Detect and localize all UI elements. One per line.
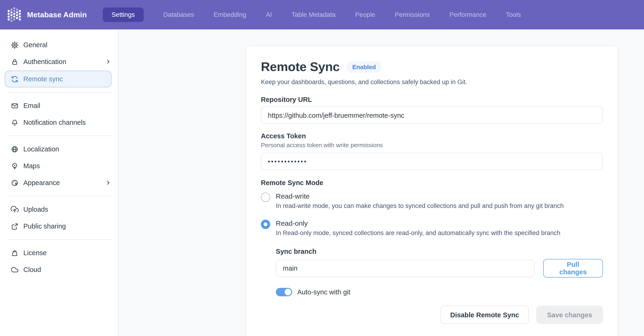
sync-mode-label: Remote Sync Mode bbox=[261, 179, 603, 187]
sync-branch-label: Sync branch bbox=[276, 248, 603, 255]
tab-permissions[interactable]: Permissions bbox=[395, 11, 430, 18]
sidebar-item-localization[interactable]: Localization bbox=[0, 141, 118, 157]
sidebar-divider bbox=[6, 92, 112, 93]
repository-url-input[interactable] bbox=[261, 107, 603, 124]
bell-icon bbox=[11, 118, 19, 126]
read-only-radio[interactable] bbox=[261, 220, 270, 229]
sidebar-item-label: License bbox=[23, 249, 47, 257]
sidebar-item-license[interactable]: License bbox=[0, 244, 118, 261]
sidebar-divider bbox=[6, 135, 112, 136]
map-pin-icon bbox=[11, 162, 19, 170]
store-icon bbox=[11, 249, 19, 257]
save-changes-button[interactable]: Save changes bbox=[536, 306, 603, 324]
settings-sidebar: General Authentication bbox=[0, 30, 118, 336]
repository-url-label: Repository URL bbox=[261, 96, 603, 103]
sidebar-item-remote-sync[interactable]: Remote sync bbox=[5, 71, 112, 87]
sidebar-item-label: Maps bbox=[23, 162, 40, 170]
sidebar-item-label: Authentication bbox=[23, 58, 66, 65]
sidebar-divider bbox=[6, 239, 112, 240]
read-only-label[interactable]: Read-only bbox=[276, 219, 560, 227]
sidebar-item-label: Notification channels bbox=[23, 119, 86, 126]
gear-icon bbox=[11, 41, 19, 49]
toggle-knob bbox=[285, 289, 291, 295]
tab-people[interactable]: People bbox=[355, 11, 375, 18]
access-token-input[interactable] bbox=[261, 153, 603, 170]
chevron-right-icon bbox=[105, 58, 112, 65]
read-only-description: In Read-only mode, synced collections ar… bbox=[276, 229, 560, 236]
admin-nav-tabs: Settings Databases Embedding AI Table Me… bbox=[103, 8, 521, 22]
disable-remote-sync-button[interactable]: Disable Remote Sync bbox=[440, 306, 529, 324]
sidebar-item-authentication[interactable]: Authentication bbox=[0, 53, 118, 70]
main-content: Remote Sync Enabled Keep your dashboards… bbox=[118, 30, 644, 336]
sidebar-divider bbox=[6, 196, 112, 196]
sync-icon bbox=[11, 75, 19, 83]
sidebar-item-notification-channels[interactable]: Notification channels bbox=[0, 114, 118, 131]
sidebar-item-label: Cloud bbox=[23, 266, 41, 273]
read-write-description: In read-write mode, you can make changes… bbox=[276, 202, 564, 209]
sidebar-item-uploads[interactable]: Uploads bbox=[0, 201, 118, 218]
lock-icon bbox=[11, 58, 19, 66]
sidebar-item-label: Appearance bbox=[23, 179, 60, 187]
auto-sync-label: Auto-sync with git bbox=[297, 288, 350, 296]
read-write-radio[interactable] bbox=[261, 193, 270, 202]
app-title: Metabase Admin bbox=[27, 11, 87, 19]
auto-sync-toggle[interactable] bbox=[276, 288, 292, 296]
tab-embedding[interactable]: Embedding bbox=[214, 11, 246, 18]
page-title: Remote Sync bbox=[261, 60, 340, 74]
sidebar-item-label: Email bbox=[23, 102, 40, 109]
access-token-helper: Personal access token with write permiss… bbox=[261, 142, 603, 149]
sidebar-item-general[interactable]: General bbox=[0, 37, 118, 53]
sidebar-item-public-sharing[interactable]: Public sharing bbox=[0, 218, 118, 235]
cloud-icon bbox=[11, 266, 19, 274]
radio-option-read-only: Read-only In Read-only mode, synced coll… bbox=[261, 219, 603, 236]
tab-ai[interactable]: AI bbox=[266, 11, 272, 18]
sidebar-item-appearance[interactable]: Appearance bbox=[0, 174, 118, 191]
tab-table-metadata[interactable]: Table Metadata bbox=[292, 11, 336, 18]
sidebar-item-maps[interactable]: Maps bbox=[0, 157, 118, 174]
tab-databases[interactable]: Databases bbox=[163, 11, 194, 18]
mail-icon bbox=[11, 102, 19, 110]
sync-branch-input[interactable] bbox=[276, 260, 535, 277]
chevron-right-icon bbox=[105, 180, 112, 186]
metabase-logo-icon bbox=[6, 7, 22, 23]
sidebar-item-label: Localization bbox=[23, 145, 59, 153]
palette-icon bbox=[11, 179, 19, 187]
share-icon bbox=[11, 222, 19, 230]
pull-changes-button[interactable]: Pull changes bbox=[543, 259, 603, 278]
access-token-label: Access Token bbox=[261, 132, 603, 140]
top-navbar: Metabase Admin Settings Databases Embedd… bbox=[0, 0, 644, 30]
sidebar-item-label: General bbox=[23, 41, 47, 49]
globe-icon bbox=[11, 145, 19, 153]
radio-option-read-write: Read-write In read-write mode, you can m… bbox=[261, 192, 603, 209]
cloud-upload-icon bbox=[11, 205, 19, 213]
tab-tools[interactable]: Tools bbox=[506, 11, 521, 18]
sidebar-item-label: Public sharing bbox=[23, 222, 66, 230]
read-write-label[interactable]: Read-write bbox=[276, 192, 564, 200]
app: Metabase Admin Settings Databases Embedd… bbox=[0, 0, 644, 336]
tab-settings[interactable]: Settings bbox=[103, 8, 144, 22]
sidebar-item-label: Uploads bbox=[23, 206, 48, 213]
sidebar-item-cloud[interactable]: Cloud bbox=[0, 261, 118, 278]
status-badge: Enabled bbox=[346, 61, 382, 73]
tab-performance[interactable]: Performance bbox=[450, 11, 486, 18]
sidebar-item-email[interactable]: Email bbox=[0, 97, 118, 114]
sidebar-item-label: Remote sync bbox=[23, 75, 63, 83]
page-description: Keep your dashboards, questions, and col… bbox=[261, 79, 603, 86]
remote-sync-card: Remote Sync Enabled Keep your dashboards… bbox=[246, 45, 618, 336]
